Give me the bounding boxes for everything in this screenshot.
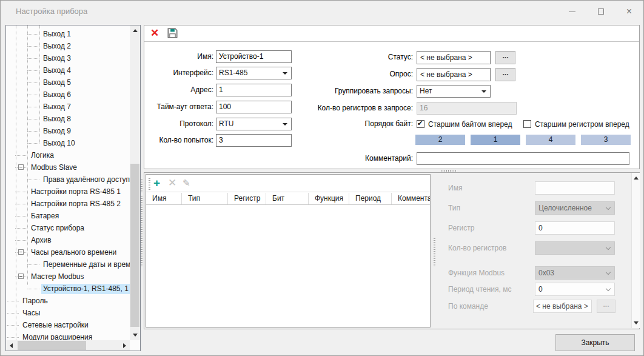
splitter-grip[interactable] [141, 178, 143, 192]
detail-type-label: Тип [448, 201, 460, 215]
timeout-label: Тайм-аут ответа: [146, 101, 213, 113]
scroll-down-button[interactable] [130, 330, 140, 340]
tree-item-device-status[interactable]: Статус прибора [6, 222, 130, 234]
chevron-down-icon [606, 245, 611, 250]
scrollbar-thumb[interactable] [18, 341, 86, 350]
device-tree-panel: Выход 1 Выход 2 Выход 3 Выход 4 Выход 5 … [5, 25, 141, 351]
scroll-right-button[interactable] [119, 340, 130, 351]
tree-item-device-1-selected[interactable]: Устройство-1, RS1-485, 1 [6, 283, 130, 295]
byte-order-msb-checkbox[interactable] [417, 120, 424, 128]
tree-item-date-time-variables[interactable]: Переменные даты и врем [6, 258, 130, 270]
chevron-down-icon [606, 270, 611, 275]
triangle-up-icon [634, 176, 639, 180]
detail-type-select: Целочисленное [535, 201, 615, 215]
poll-browse-button[interactable]: ... [495, 68, 515, 81]
tree-item-remote-access-rights[interactable]: Права удалённого доступ [6, 173, 130, 186]
edit-variable-icon[interactable]: ✎ [183, 176, 190, 190]
status-browse-button[interactable]: ... [495, 51, 515, 64]
scroll-up-button[interactable] [631, 173, 641, 183]
tree-item-battery[interactable]: Батарея [6, 210, 130, 222]
scroll-down-button[interactable] [631, 318, 641, 328]
detail-command-picker: < не выбрана > [533, 300, 592, 313]
tree-item-archive[interactable]: Архив [6, 234, 130, 246]
detail-modbus-function-label: Функция Modbus [448, 266, 505, 280]
tree-item-modbus-master[interactable]: Мастер Modbus [6, 270, 130, 283]
retries-label: Кол-во попыток: [146, 134, 213, 147]
scrollbar-thumb[interactable] [130, 164, 139, 327]
splitter-grip[interactable] [434, 238, 435, 266]
tree-horizontal-scrollbar[interactable] [6, 340, 130, 351]
scroll-up-button[interactable] [130, 25, 140, 36]
tree-item-output-2[interactable]: Выход 2 [6, 40, 130, 52]
byte-order-msb-label: Старшим байтом вперед [428, 120, 512, 129]
column-header-period[interactable]: Период [349, 193, 392, 204]
splitter-grip[interactable] [141, 196, 143, 266]
device-settings-window: Настройка прибора × Выход 1 Выход 2 Выхо… [0, 0, 644, 356]
variables-grid-panel: + ✕ ✎ Имя Тип Регистр Бит Функция Период… [146, 174, 431, 327]
column-header-comment[interactable]: Комментарий [392, 193, 430, 204]
tree-item-clock[interactable]: Часы [6, 307, 130, 319]
column-header-type[interactable]: Тип [182, 193, 228, 204]
detail-read-period-combo: 0 [535, 283, 615, 296]
triangle-down-icon [634, 321, 639, 324]
tree-item-logic[interactable]: Логика [6, 149, 130, 161]
delete-device-icon[interactable]: ✕ [150, 27, 159, 39]
detail-vertical-scrollbar[interactable] [631, 173, 640, 328]
tree-item-output-1[interactable]: Выход 1 [6, 28, 130, 40]
tree-item-output-5[interactable]: Выход 5 [6, 76, 130, 89]
detail-modbus-function-select: 0x03 [535, 266, 615, 280]
variables-panel: + ✕ ✎ Имя Тип Регистр Бит Функция Период… [144, 172, 640, 329]
poll-label: Опрос: [205, 68, 413, 81]
maximize-icon [598, 8, 604, 15]
save-icon[interactable] [167, 28, 178, 40]
retries-field[interactable]: 3 [216, 134, 292, 147]
byte-order-msr-checkbox[interactable] [523, 120, 531, 128]
detail-register-field: 0 [535, 221, 615, 235]
group-requests-select[interactable]: Нет [417, 85, 491, 98]
maximize-button[interactable] [586, 1, 615, 22]
column-header-name[interactable]: Имя [146, 193, 182, 204]
status-label: Статус: [205, 51, 413, 64]
minimize-button[interactable] [558, 1, 586, 22]
tree-item-output-6[interactable]: Выход 6 [6, 89, 130, 101]
tree-vertical-scrollbar[interactable] [130, 25, 140, 340]
detail-command-label: По команде [448, 300, 488, 313]
variables-table-body[interactable] [146, 206, 430, 327]
name-label: Имя: [146, 50, 213, 63]
tree-item-output-8[interactable]: Выход 8 [6, 113, 130, 125]
scroll-left-button[interactable] [6, 340, 16, 351]
variable-detail-panel: Имя Тип Целочисленное Регистр 0 Кол-во р… [438, 173, 631, 329]
collapse-icon[interactable] [18, 274, 24, 279]
window-controls: × [558, 1, 643, 22]
tree-item-output-9[interactable]: Выход 9 [6, 125, 130, 137]
byte-order-box-2: 2 [415, 135, 465, 145]
splitter-grip[interactable] [441, 170, 457, 172]
comment-field[interactable] [417, 152, 629, 165]
detail-register-label: Регистр [448, 221, 474, 235]
tree-item-modbus-slave[interactable]: Modbus Slave [6, 161, 130, 173]
column-header-register[interactable]: Регистр [228, 193, 266, 204]
collapse-icon[interactable] [18, 249, 24, 255]
close-button[interactable]: × [615, 1, 643, 22]
tree-item-network-settings[interactable]: Сетевые настройки [6, 319, 130, 331]
tree-item-output-4[interactable]: Выход 4 [6, 64, 130, 76]
tree-item-output-3[interactable]: Выход 3 [6, 52, 130, 64]
poll-picker[interactable]: < не выбрана > [417, 68, 491, 81]
status-picker[interactable]: < не выбрана > [417, 51, 491, 64]
tree-item-output-7[interactable]: Выход 7 [6, 101, 130, 113]
add-variable-icon[interactable]: + [153, 176, 160, 190]
tree-item-password[interactable]: Пароль [6, 295, 130, 307]
minimize-icon [569, 12, 575, 12]
tree-item-expansion-modules[interactable]: Модули расширения [6, 331, 130, 340]
tree-item-rtc[interactable]: Часы реального времени [6, 246, 130, 258]
device-form: Имя: Устройство-1 Интерфейс: RS1-485 Адр… [144, 42, 639, 169]
column-header-function[interactable]: Функция [309, 193, 349, 204]
byte-order-label: Порядок байт: [205, 119, 413, 129]
tree-item-port-rs485-2[interactable]: Настройки порта RS-485 2 [6, 198, 130, 210]
tree-item-port-rs485-1[interactable]: Настройки порта RS-485 1 [6, 186, 130, 198]
column-header-bit[interactable]: Бит [266, 193, 309, 204]
collapse-icon[interactable] [18, 164, 24, 170]
tree-item-output-10[interactable]: Выход 10 [6, 137, 130, 149]
close-dialog-button[interactable]: Закрыть [555, 334, 635, 351]
delete-variable-icon[interactable]: ✕ [168, 176, 176, 190]
